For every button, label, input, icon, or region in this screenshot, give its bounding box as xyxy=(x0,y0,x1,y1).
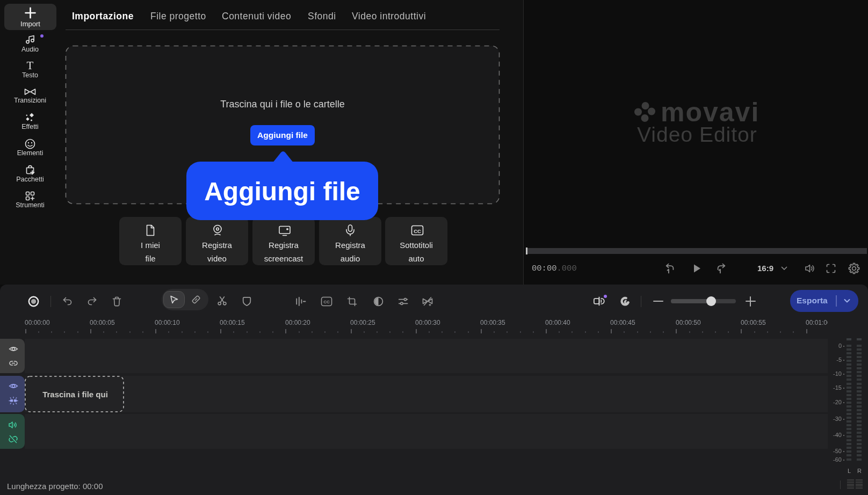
svg-text:T: T xyxy=(27,60,34,71)
svg-text:CC: CC xyxy=(414,228,421,234)
